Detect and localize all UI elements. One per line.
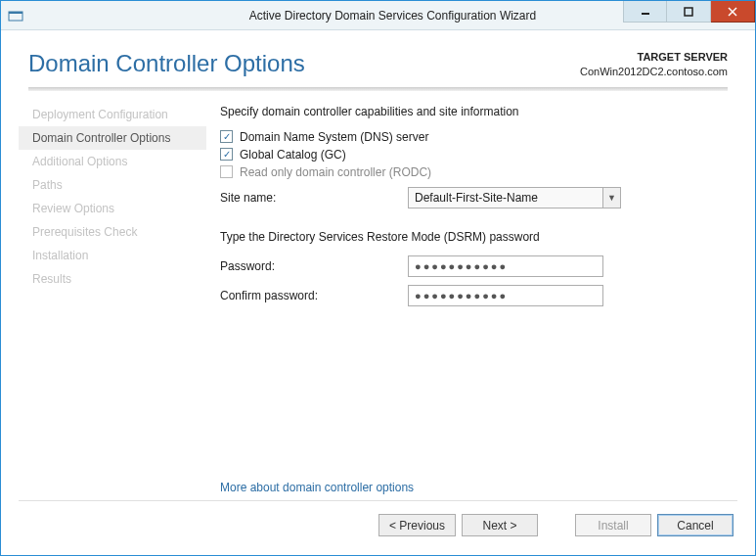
- nav-installation[interactable]: Installation: [19, 244, 206, 267]
- rodc-checkbox-row: Read only domain controller (RODC): [220, 165, 728, 179]
- minimize-button[interactable]: [623, 1, 667, 23]
- content-pane: Specify domain controller capabilities a…: [206, 97, 728, 500]
- more-about-link[interactable]: More about domain controller options: [220, 481, 414, 494]
- dns-label: Domain Name System (DNS) server: [240, 130, 428, 144]
- body: Deployment Configuration Domain Controll…: [1, 91, 755, 500]
- password-row: Password: ●●●●●●●●●●●: [220, 255, 728, 277]
- site-name-row: Site name: Default-First-Site-Name ▼: [220, 187, 728, 208]
- dns-checkbox-row[interactable]: ✓ Domain Name System (DNS) server: [220, 130, 728, 144]
- site-name-combo[interactable]: Default-First-Site-Name: [408, 187, 603, 208]
- footer: < Previous Next > Install Cancel: [1, 501, 755, 550]
- chevron-down-icon[interactable]: ▼: [603, 187, 621, 208]
- nav-additional-options[interactable]: Additional Options: [19, 150, 206, 173]
- confirm-password-input[interactable]: ●●●●●●●●●●●: [408, 285, 603, 306]
- nav-domain-controller-options[interactable]: Domain Controller Options: [19, 126, 206, 150]
- target-server: TARGET SERVER ConWin2012DC2.contoso.com: [580, 50, 728, 79]
- password-input[interactable]: ●●●●●●●●●●●: [408, 255, 603, 277]
- target-label: TARGET SERVER: [580, 50, 728, 65]
- titlebar: Active Directory Domain Services Configu…: [1, 1, 755, 30]
- wizard-steps: Deployment Configuration Domain Controll…: [19, 97, 206, 500]
- capabilities-heading: Specify domain controller capabilities a…: [220, 105, 728, 118]
- gc-label: Global Catalog (GC): [240, 148, 346, 162]
- rodc-label: Read only domain controller (RODC): [240, 165, 431, 179]
- maximize-button[interactable]: [667, 1, 711, 23]
- gc-checkbox-row[interactable]: ✓ Global Catalog (GC): [220, 148, 728, 162]
- install-button: Install: [575, 514, 651, 536]
- next-button[interactable]: Next >: [462, 514, 538, 536]
- nav-prerequisites-check[interactable]: Prerequisites Check: [19, 220, 206, 244]
- password-label: Password:: [220, 259, 408, 273]
- checkbox-icon: [220, 165, 233, 178]
- app-icon: [1, 8, 30, 23]
- wizard-window: Active Directory Domain Services Configu…: [0, 0, 756, 556]
- cancel-button[interactable]: Cancel: [657, 514, 734, 536]
- target-value: ConWin2012DC2.contoso.com: [580, 65, 728, 79]
- window-buttons: [623, 1, 755, 29]
- nav-review-options[interactable]: Review Options: [19, 197, 206, 220]
- page-title: Domain Controller Options: [28, 50, 580, 77]
- svg-rect-3: [685, 8, 692, 16]
- confirm-password-label: Confirm password:: [220, 289, 408, 302]
- checkbox-icon: ✓: [220, 130, 233, 143]
- close-button[interactable]: [711, 1, 755, 23]
- svg-rect-1: [9, 12, 22, 14]
- previous-button[interactable]: < Previous: [378, 514, 456, 536]
- nav-results[interactable]: Results: [19, 267, 206, 291]
- site-name-label: Site name:: [220, 191, 408, 205]
- checkbox-icon: ✓: [220, 148, 233, 161]
- dsrm-heading: Type the Directory Services Restore Mode…: [220, 230, 728, 244]
- header: Domain Controller Options TARGET SERVER …: [1, 30, 755, 87]
- nav-paths[interactable]: Paths: [19, 173, 206, 197]
- nav-deployment-configuration[interactable]: Deployment Configuration: [19, 103, 206, 126]
- confirm-password-row: Confirm password: ●●●●●●●●●●●: [220, 285, 728, 306]
